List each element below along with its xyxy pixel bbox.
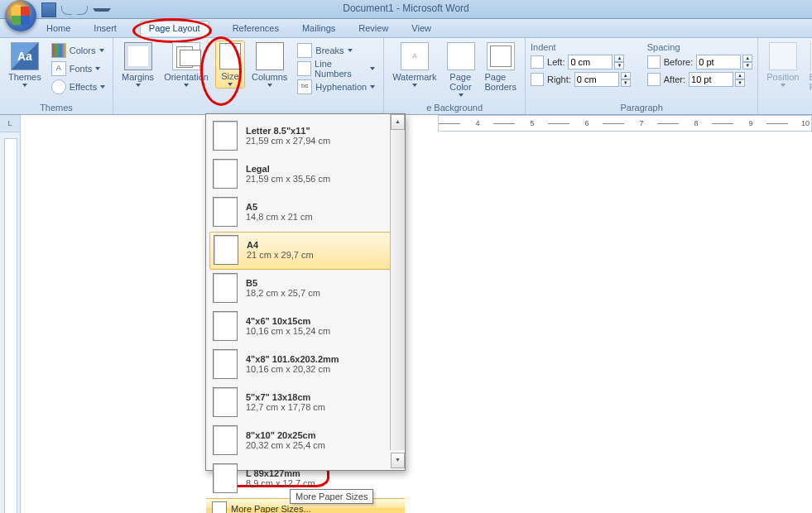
paper-thumb-icon <box>214 235 238 265</box>
group-paragraph: Indent Left: ▲▼ Right: ▲▼ Spacing Before… <box>526 38 758 114</box>
scroll-up-button[interactable]: ▲ <box>391 114 405 130</box>
size-option-0[interactable]: Letter 8.5"x11"21,59 cm x 27,94 cm <box>206 117 405 156</box>
document-area: L 456789101112 <box>0 115 812 513</box>
tab-review[interactable]: Review <box>358 23 388 33</box>
spacing-before-label: Before: <box>664 57 693 67</box>
size-dropdown: Letter 8.5"x11"21,59 cm x 27,94 cmLegal2… <box>205 113 406 471</box>
spacing-after-label: After: <box>664 74 685 84</box>
vertical-ruler: L <box>0 115 21 513</box>
horizontal-ruler: 456789101112 <box>21 115 812 132</box>
size-option-6[interactable]: 4"x8" 101.6x203.2mm10,16 cm x 20,32 cm <box>206 346 405 384</box>
hruler-visible: 456789101112 <box>438 115 812 132</box>
columns-icon <box>256 42 284 70</box>
group-themes: Aa Themes Colors AFonts Effects Themes <box>0 38 113 114</box>
page-color-button[interactable]: Page Color <box>444 41 478 98</box>
group-arrange: Position Bring to Front <box>758 38 812 114</box>
bring-to-front-button[interactable]: Bring to Front <box>805 41 812 93</box>
page[interactable] <box>21 132 812 513</box>
indent-header: Indent <box>531 42 631 52</box>
tooltip-more-paper-sizes: More Paper Sizes <box>290 489 373 504</box>
tab-references[interactable]: References <box>233 23 279 33</box>
group-paragraph-label: Paragraph <box>531 101 752 114</box>
ribbon: Aa Themes Colors AFonts Effects Themes M… <box>0 38 812 115</box>
group-page-background-label: e Background <box>389 101 520 114</box>
theme-fonts-button[interactable]: AFonts <box>48 60 108 77</box>
watermark-button[interactable]: AWatermark <box>389 41 440 89</box>
spacing-after-icon <box>647 73 661 86</box>
margins-icon <box>124 42 152 70</box>
office-button[interactable] <box>5 0 36 31</box>
fonts-icon: A <box>51 61 66 76</box>
size-option-7[interactable]: 5"x7" 13x18cm12,7 cm x 17,78 cm <box>206 384 405 422</box>
paper-thumb-icon <box>213 349 238 379</box>
indent-left-icon <box>531 55 544 69</box>
position-button[interactable]: Position <box>763 41 802 89</box>
indent-right-label: Right: <box>547 74 571 84</box>
paper-thumb-icon <box>213 121 238 151</box>
size-option-4[interactable]: B518,2 cm x 25,7 cm <box>206 270 405 308</box>
spacing-header: Spacing <box>647 42 752 52</box>
orientation-button[interactable]: Orientation <box>161 41 212 89</box>
tab-view[interactable]: View <box>411 23 431 33</box>
theme-effects-button[interactable]: Effects <box>48 79 108 95</box>
orientation-icon <box>172 42 200 70</box>
spacing-after-spinner[interactable]: ▲▼ <box>689 72 745 87</box>
size-option-1[interactable]: Legal21,59 cm x 35,56 cm <box>206 156 405 194</box>
more-sizes-icon <box>212 501 227 513</box>
hyphenation-icon: bc <box>297 79 312 94</box>
breaks-button[interactable]: Breaks <box>294 42 378 59</box>
size-option-2[interactable]: A514,8 cm x 21 cm <box>206 194 405 232</box>
scroll-down-button[interactable]: ▼ <box>391 453 405 468</box>
hyphenation-button[interactable]: bcHyphenation <box>294 79 378 95</box>
window-title: Document1 - Microsoft Word <box>0 2 812 14</box>
size-icon <box>219 43 241 70</box>
spacing-before-icon <box>647 55 661 69</box>
group-arrange-label <box>763 111 812 114</box>
dropdown-scrollbar[interactable]: ▲ ▼ <box>390 114 405 450</box>
paper-thumb-icon <box>213 311 238 341</box>
themes-button[interactable]: Aa Themes <box>5 41 45 89</box>
paper-thumb-icon <box>213 159 238 189</box>
size-option-8[interactable]: 8"x10" 20x25cm20,32 cm x 25,4 cm <box>206 422 405 460</box>
margins-button[interactable]: Margins <box>118 41 157 89</box>
tab-mailings[interactable]: Mailings <box>302 23 335 33</box>
group-page-setup: Margins Orientation Size Columns Breaks … <box>113 38 384 114</box>
colors-icon <box>51 43 66 58</box>
vruler-track <box>4 138 17 513</box>
position-icon <box>769 42 797 70</box>
paper-thumb-icon <box>213 387 238 417</box>
tab-home[interactable]: Home <box>46 23 70 33</box>
line-numbers-icon <box>297 61 311 76</box>
group-themes-label: Themes <box>5 101 108 114</box>
ribbon-tabs: Home Insert Page Layout References Maili… <box>0 19 812 38</box>
breaks-icon <box>297 43 312 58</box>
spacing-before-spinner[interactable]: ▲▼ <box>696 55 752 70</box>
indent-right-spinner[interactable]: ▲▼ <box>574 72 631 87</box>
page-borders-button[interactable]: Page Borders <box>482 41 521 93</box>
themes-icon: Aa <box>11 42 39 70</box>
size-options-list: Letter 8.5"x11"21,59 cm x 27,94 cmLegal2… <box>206 114 405 498</box>
tab-page-layout[interactable]: Page Layout <box>140 21 209 36</box>
indent-right-icon <box>531 73 544 86</box>
main-canvas[interactable]: 456789101112 <box>21 115 812 513</box>
paper-thumb-icon <box>213 273 238 303</box>
paper-thumb-icon <box>213 463 238 493</box>
size-option-5[interactable]: 4"x6" 10x15cm10,16 cm x 15,24 cm <box>206 308 405 346</box>
quick-access-toolbar: Document1 - Microsoft Word <box>0 0 812 19</box>
paper-thumb-icon <box>213 197 238 227</box>
paper-thumb-icon <box>213 425 238 455</box>
page-borders-icon <box>487 42 515 70</box>
ruler-corner: L <box>0 115 20 132</box>
size-button[interactable]: Size <box>215 41 245 89</box>
size-option-3[interactable]: A421 cm x 29,7 cm <box>209 232 401 270</box>
page-color-icon <box>447 42 475 70</box>
theme-colors-button[interactable]: Colors <box>48 42 108 59</box>
indent-left-spinner[interactable]: ▲▼ <box>568 55 624 70</box>
effects-icon <box>51 79 66 94</box>
line-numbers-button[interactable]: Line Numbers <box>294 60 378 77</box>
watermark-icon: A <box>401 42 429 70</box>
indent-left-label: Left: <box>547 57 565 67</box>
group-page-background: AWatermark Page Color Page Borders e Bac… <box>384 38 526 114</box>
columns-button[interactable]: Columns <box>248 41 291 89</box>
